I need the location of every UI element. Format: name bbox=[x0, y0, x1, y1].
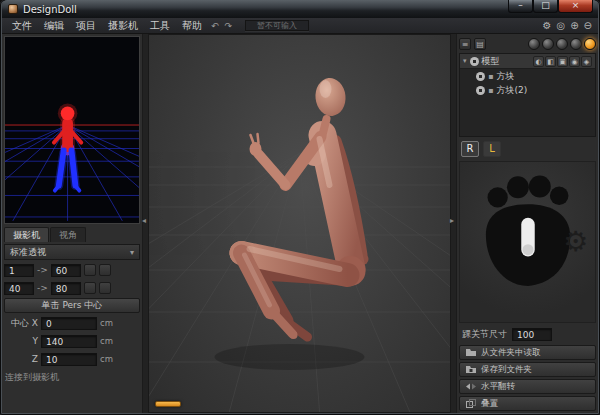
right-side-button[interactable]: R bbox=[461, 141, 479, 157]
doll-part-icon[interactable] bbox=[528, 38, 540, 50]
visibility-eye-icon[interactable] bbox=[476, 86, 485, 95]
visibility-eye-icon[interactable] bbox=[476, 72, 485, 81]
undo-icon[interactable]: ↶ bbox=[208, 21, 222, 31]
fov1-stepper-up[interactable] bbox=[84, 264, 96, 276]
foot-editor[interactable]: ⚙ bbox=[459, 161, 596, 323]
main-3d-viewport[interactable] bbox=[148, 34, 451, 413]
center-x-field[interactable]: 0 bbox=[41, 317, 97, 330]
left-side-button[interactable]: L bbox=[483, 141, 501, 157]
tree-item-block-1[interactable]: ▪ 方块 bbox=[460, 69, 595, 83]
tab-view-angle[interactable]: 视角 bbox=[50, 227, 86, 242]
ankle-size-field[interactable]: 100 bbox=[512, 328, 552, 341]
chevron-down-icon: ▾ bbox=[130, 248, 134, 257]
link-to-camera[interactable]: 连接到摄影机 bbox=[4, 369, 140, 386]
center-z-row: Z 10 cm bbox=[4, 351, 140, 367]
left-panel-tabs: 摄影机 视角 bbox=[4, 227, 140, 242]
main-content: 摄影机 视角 标准透视 ▾ 1 -> 60 40 -> 80 单击 bbox=[2, 34, 598, 413]
perspective-value: 标准透视 bbox=[10, 246, 46, 259]
active-part-icon[interactable] bbox=[584, 38, 596, 50]
model-panel-toolbar: ≡ ▤ bbox=[459, 36, 596, 51]
menu-project[interactable]: 项目 bbox=[70, 18, 102, 34]
visibility-eye-icon[interactable] bbox=[470, 57, 479, 66]
button-label: 保存到文件夹 bbox=[481, 364, 532, 376]
fov2-stepper-up[interactable] bbox=[84, 282, 96, 294]
fov1-from-field[interactable]: 1 bbox=[4, 264, 34, 277]
mannequin-figure bbox=[149, 35, 450, 412]
folder-save-icon bbox=[466, 365, 476, 374]
fov2-to-field[interactable]: 80 bbox=[51, 282, 81, 295]
folder-open-icon bbox=[466, 348, 476, 357]
menu-camera[interactable]: 摄影机 bbox=[102, 18, 144, 34]
load-from-folder-button[interactable]: 从文件夹中读取 bbox=[459, 345, 596, 360]
redo-icon[interactable]: ↷ bbox=[222, 21, 236, 31]
save-to-folder-button[interactable]: 保存到文件夹 bbox=[459, 362, 596, 377]
center-x-label: 中心 X bbox=[4, 317, 38, 330]
menu-file[interactable]: 文件 bbox=[6, 18, 38, 34]
orbit-icon[interactable]: ◎ bbox=[556, 20, 565, 31]
fov2-from-field[interactable]: 40 bbox=[4, 282, 34, 295]
unit-label: cm bbox=[100, 336, 113, 346]
ankle-size-label: 踝关节尺寸 bbox=[462, 328, 507, 341]
perspective-dropdown[interactable]: 标准透视 ▾ bbox=[4, 244, 140, 260]
titlebar[interactable]: DesignDoll – □ × bbox=[2, 0, 598, 18]
gear-icon[interactable]: ⚙ bbox=[543, 20, 552, 31]
close-button[interactable]: × bbox=[558, 0, 593, 13]
minimize-button[interactable]: – bbox=[508, 0, 533, 13]
foot-part-icon[interactable] bbox=[556, 38, 568, 50]
maximize-button[interactable]: □ bbox=[533, 0, 558, 13]
window-controls: – □ × bbox=[508, 0, 593, 13]
pin-icon[interactable]: ◧ bbox=[545, 56, 556, 67]
status-input[interactable]: 暂不可输入 bbox=[245, 20, 309, 31]
list-icon[interactable]: ≡ bbox=[459, 38, 471, 50]
fov1-stepper-down[interactable] bbox=[99, 264, 111, 276]
collapse-right-icon[interactable]: ▸ bbox=[450, 216, 454, 225]
tab-camera[interactable]: 摄影机 bbox=[4, 227, 49, 242]
collapse-left-icon[interactable]: ◂ bbox=[142, 216, 146, 225]
fov2-stepper-down[interactable] bbox=[99, 282, 111, 294]
zoom-in-icon[interactable]: ⊕ bbox=[570, 20, 578, 31]
hand-part-icon[interactable] bbox=[542, 38, 554, 50]
overlay-button[interactable]: 叠置 bbox=[459, 396, 596, 411]
scene-tree: ▾ 模型 ◐ ◧ ▣ ◉ ◈ ▪ 方块 bbox=[459, 53, 596, 137]
ankle-size-row: 踝关节尺寸 100 bbox=[459, 325, 596, 343]
target-icon[interactable]: ◉ bbox=[569, 56, 580, 67]
pers-center-button[interactable]: 单击 Pers 中心 bbox=[4, 298, 140, 313]
menubar: 文件 编辑 项目 摄影机 工具 帮助 ↶ ↷ 暂不可输入 ⚙ ◎ ⊕ ⊖ bbox=[2, 18, 598, 34]
menu-tools[interactable]: 工具 bbox=[144, 18, 176, 34]
tree-item-block-2[interactable]: ▪ 方块(2) bbox=[460, 83, 595, 97]
camera-panel: 摄影机 视角 标准透视 ▾ 1 -> 60 40 -> 80 单击 bbox=[2, 34, 143, 413]
fov-row-1: 1 -> 60 bbox=[4, 262, 140, 278]
cube-icon: ▪ bbox=[488, 86, 493, 95]
menu-help[interactable]: 帮助 bbox=[176, 18, 208, 34]
filter-icon[interactable]: ▤ bbox=[474, 38, 486, 50]
center-y-field[interactable]: 140 bbox=[41, 335, 97, 348]
tree-item-label: 方块(2) bbox=[496, 84, 527, 97]
unit-label: cm bbox=[100, 354, 113, 364]
right-splitter[interactable]: ▸ bbox=[451, 34, 456, 413]
viewport-scale-handle[interactable] bbox=[155, 401, 181, 407]
button-label: 从文件夹中读取 bbox=[481, 347, 541, 359]
flip-horizontal-button[interactable]: 水平翻转 bbox=[459, 379, 596, 394]
fov1-to-field[interactable]: 60 bbox=[51, 264, 81, 277]
center-x-row: 中心 X 0 cm bbox=[4, 315, 140, 331]
center-y-label: Y bbox=[4, 336, 38, 346]
arrow-label: -> bbox=[37, 283, 48, 293]
menubar-tool-icons: ⚙ ◎ ⊕ ⊖ bbox=[543, 20, 594, 31]
camera-preview-viewport[interactable] bbox=[4, 36, 140, 224]
zoom-out-icon[interactable]: ⊖ bbox=[584, 20, 592, 31]
arrow-label: -> bbox=[37, 265, 48, 275]
designdoll-window: DesignDoll – □ × 文件 编辑 项目 摄影机 工具 帮助 ↶ ↷ … bbox=[0, 0, 600, 415]
center-z-field[interactable]: 10 bbox=[41, 353, 97, 366]
tree-caret-icon[interactable]: ▾ bbox=[463, 57, 467, 65]
mirror-icon[interactable]: ◈ bbox=[581, 56, 592, 67]
tree-item-actions: ◐ ◧ ▣ ◉ ◈ bbox=[533, 56, 592, 67]
tree-item-model[interactable]: ▾ 模型 ◐ ◧ ▣ ◉ ◈ bbox=[460, 54, 595, 69]
unit-label: cm bbox=[100, 318, 113, 328]
button-label: 水平翻转 bbox=[481, 381, 515, 393]
select-icon[interactable]: ▣ bbox=[557, 56, 568, 67]
lock-icon[interactable]: ◐ bbox=[533, 56, 544, 67]
menu-edit[interactable]: 编辑 bbox=[38, 18, 70, 34]
foot-settings-gear-icon[interactable]: ⚙ bbox=[563, 228, 588, 256]
tree-item-label: 方块 bbox=[496, 70, 514, 83]
accessory-part-icon[interactable] bbox=[570, 38, 582, 50]
